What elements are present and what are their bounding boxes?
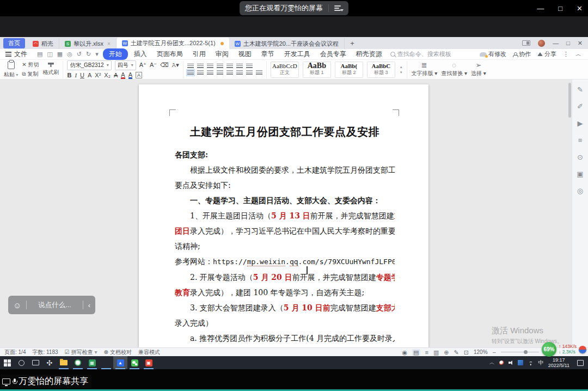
underline-button[interactable]: U <box>80 72 84 78</box>
user-avatar[interactable] <box>538 40 545 47</box>
wps-close-button[interactable]: ✕ <box>578 40 583 47</box>
red-app-button[interactable]: ▣ <box>142 356 156 369</box>
paste-icon[interactable] <box>8 61 15 69</box>
tab-active-document[interactable]: W 土建学院五月份团支...2022-5(1) <box>117 38 229 49</box>
task-view-button[interactable] <box>28 356 42 369</box>
font-color-button[interactable]: A <box>128 72 132 79</box>
text-direction-icon[interactable] <box>236 64 243 69</box>
borders-icon[interactable] <box>256 70 262 75</box>
menu-tab-member[interactable]: 会员专享 <box>315 50 351 59</box>
style-heading2[interactable]: AaBb( 标题 2 <box>335 62 363 78</box>
style-heading1[interactable]: AaBb 标题 1 <box>303 62 331 78</box>
tray-app-icon[interactable] <box>518 360 523 365</box>
styles-scroll[interactable]: ▴▾ <box>399 65 403 75</box>
word-count[interactable]: 字数: 1183 <box>32 349 58 356</box>
grow-font-button[interactable]: A⁺ <box>139 62 146 69</box>
document-scrollbar[interactable] <box>568 83 571 118</box>
cortana-button[interactable] <box>14 356 28 369</box>
outdent-icon[interactable] <box>207 64 213 69</box>
wps-minimize-button[interactable]: — <box>553 40 559 46</box>
italic-button[interactable]: I <box>75 72 77 78</box>
chat-input[interactable]: 说点什么... <box>27 301 82 310</box>
zoom-level[interactable]: 120% <box>474 349 488 355</box>
save-icon[interactable]: ▤ <box>37 51 42 58</box>
home-tab-button[interactable]: 首页 <box>3 38 25 48</box>
start-button[interactable] <box>0 356 14 369</box>
collapse-ribbon-icon[interactable]: ︿ <box>575 50 581 58</box>
tab-close-icon[interactable]: × <box>107 41 111 47</box>
cut-button[interactable]: ✕ 剪切 <box>22 61 39 69</box>
banner-menu-icon[interactable] <box>334 5 343 11</box>
select-button[interactable]: ➢ 选择 ▾ <box>471 62 486 77</box>
menu-tab-start[interactable]: 开始 <box>103 48 128 60</box>
char-style-button[interactable]: A <box>88 72 91 78</box>
align-left-icon[interactable] <box>187 70 194 75</box>
wechat-button[interactable] <box>127 356 142 369</box>
tab-other-document[interactable]: W 土木建筑学院20...干座谈会会议议程 <box>229 38 345 49</box>
minimize-button[interactable]: — <box>537 5 544 12</box>
menu-tab-insert[interactable]: 插入 <box>129 50 152 59</box>
adjust-tool-icon[interactable]: ≡ <box>578 137 583 144</box>
align-right-icon[interactable] <box>207 70 213 75</box>
clock[interactable]: 19:17 2022/5/11 <box>548 357 569 368</box>
action-center-icon[interactable] <box>577 360 584 366</box>
spellcheck-toggle[interactable]: ☑ 拼写检查▾ <box>65 349 97 356</box>
eye-protect-icon[interactable]: ◉ <box>402 349 407 356</box>
style-heading3[interactable]: AaBbC 标题 3 <box>367 62 395 78</box>
superscript-button[interactable]: X² <box>95 72 101 78</box>
close-button[interactable]: ✕ <box>577 5 583 12</box>
view-web-icon[interactable]: ⊕ <box>444 349 449 356</box>
sort-icon[interactable] <box>226 64 233 69</box>
typeset-button[interactable]: ≣ 文字排版 ▾ <box>411 62 437 77</box>
zoom-slider[interactable] <box>501 352 539 353</box>
style-normal[interactable]: AaBbCcD 正文 <box>271 62 299 78</box>
print-icon[interactable]: ▦ <box>57 51 63 58</box>
justify-icon[interactable] <box>217 70 223 75</box>
meeting-app-button[interactable]: ▲ <box>113 356 127 369</box>
numbering-icon[interactable] <box>197 64 204 69</box>
quickbar-chevron-icon[interactable]: ▾ <box>95 51 99 58</box>
menu-tab-section[interactable]: 章节 <box>256 50 279 59</box>
emoji-icon[interactable]: ☺ <box>8 301 26 310</box>
bold-button[interactable]: B <box>67 72 71 78</box>
tab-docer[interactable]: ◠ 稻壳 <box>27 38 59 49</box>
help-tool-icon[interactable]: ⊙ <box>577 154 583 161</box>
qq-tray-icon[interactable] <box>499 361 504 365</box>
distribute-icon[interactable] <box>226 70 233 75</box>
view-page-icon[interactable]: ▤ <box>412 349 420 356</box>
font-name-select[interactable]: 仿宋_GB2312▾ <box>67 60 111 70</box>
ime-indicator[interactable]: 中 <box>538 359 544 366</box>
find-replace-button[interactable]: ◌ 查找替换 ▾ <box>441 62 467 77</box>
highlight-tool-icon[interactable]: ✐ <box>577 103 583 111</box>
spreadsheet-app-button[interactable]: ▦ <box>85 356 99 369</box>
fit-page-icon[interactable]: ⊡ <box>464 349 469 356</box>
menu-tab-docer-res[interactable]: 稻壳资源 <box>351 50 387 59</box>
pen-tool-icon[interactable]: ✎ <box>577 86 583 94</box>
paste-button[interactable]: 粘贴 ▾ <box>4 71 18 78</box>
location-tool-icon[interactable]: ◎ <box>577 187 583 195</box>
undo-icon[interactable]: ↺ <box>77 51 82 58</box>
align-center-icon[interactable] <box>197 70 204 75</box>
bullets-icon[interactable] <box>187 64 194 69</box>
view-read-icon[interactable]: ▥ <box>433 349 439 356</box>
new-tab-button[interactable]: + <box>345 39 360 47</box>
command-search[interactable]: 查找命令、搜索模板 <box>390 50 451 58</box>
menu-tab-references[interactable]: 引用 <box>188 50 211 59</box>
export-icon[interactable]: ◫ <box>47 51 52 58</box>
view-outline-icon[interactable]: ≡ <box>425 349 428 356</box>
proofread-button[interactable]: ⊗ 文档校对 <box>104 349 132 356</box>
menu-tab-devtools[interactable]: 开发工具 <box>279 50 315 59</box>
file-explorer-button[interactable] <box>57 356 71 369</box>
document-page[interactable]: 土建学院五月份团支部工作要点及安排 各团支部:根据上级文件和校团委的要求，土木建… <box>139 84 428 347</box>
char-border-button[interactable]: A <box>136 72 142 78</box>
wps-app-button[interactable]: W <box>99 356 113 369</box>
preview-icon[interactable]: ◎ <box>67 51 72 58</box>
line-spacing-icon[interactable] <box>236 70 243 75</box>
browser-360-button[interactable] <box>71 356 85 369</box>
share-button[interactable]: 分享 <box>537 50 556 58</box>
shrink-font-button[interactable]: A⁻ <box>150 62 157 69</box>
redo-icon[interactable]: ↻ <box>86 51 91 58</box>
tray-expand-icon[interactable]: ︿ <box>489 360 495 365</box>
format-painter-button[interactable]: 格式刷 <box>42 69 59 76</box>
indent-icon[interactable] <box>217 64 223 69</box>
